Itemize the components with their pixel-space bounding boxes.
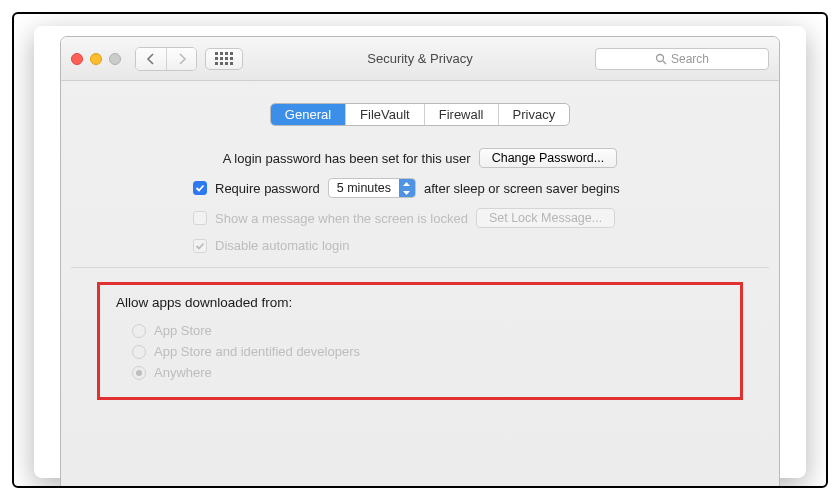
change-password-button[interactable]: Change Password... bbox=[479, 148, 618, 168]
check-icon bbox=[195, 241, 205, 251]
allow-apps-title: Allow apps downloaded from: bbox=[116, 295, 724, 310]
back-button[interactable] bbox=[136, 48, 166, 70]
radio-identified-developers bbox=[132, 345, 146, 359]
search-icon bbox=[655, 53, 667, 65]
tab-firewall[interactable]: Firewall bbox=[424, 104, 498, 125]
search-placeholder: Search bbox=[671, 52, 709, 66]
minimize-icon[interactable] bbox=[90, 53, 102, 65]
divider bbox=[71, 267, 769, 268]
radio-identified-developers-label: App Store and identified developers bbox=[154, 344, 360, 359]
disable-auto-login-label: Disable automatic login bbox=[215, 238, 349, 253]
window-controls bbox=[71, 53, 121, 65]
titlebar: Security & Privacy Search bbox=[61, 37, 779, 81]
set-lock-message-button: Set Lock Message... bbox=[476, 208, 615, 228]
require-password-checkbox[interactable] bbox=[193, 181, 207, 195]
close-icon[interactable] bbox=[71, 53, 83, 65]
radio-app-store bbox=[132, 324, 146, 338]
delay-value: 5 minutes bbox=[329, 181, 399, 195]
disable-auto-login-checkbox bbox=[193, 239, 207, 253]
svg-line-1 bbox=[663, 61, 666, 64]
chevron-right-icon bbox=[177, 53, 187, 65]
tab-general[interactable]: General bbox=[271, 104, 345, 125]
select-stepper-icon bbox=[399, 179, 415, 197]
tab-privacy[interactable]: Privacy bbox=[498, 104, 570, 125]
after-sleep-label: after sleep or screen saver begins bbox=[424, 181, 620, 196]
search-input[interactable]: Search bbox=[595, 48, 769, 70]
radio-app-store-label: App Store bbox=[154, 323, 212, 338]
maximize-icon bbox=[109, 53, 121, 65]
show-message-label: Show a message when the screen is locked bbox=[215, 211, 468, 226]
grid-icon bbox=[215, 52, 233, 65]
nav-buttons bbox=[135, 47, 197, 71]
tabs: General FileVault Firewall Privacy bbox=[270, 103, 570, 126]
chevron-left-icon bbox=[146, 53, 156, 65]
show-all-button[interactable] bbox=[205, 48, 243, 70]
allow-apps-section: Allow apps downloaded from: App Store Ap… bbox=[97, 282, 743, 400]
require-password-label: Require password bbox=[215, 181, 320, 196]
preferences-window: Security & Privacy Search General FileVa… bbox=[60, 36, 780, 488]
radio-anywhere-label: Anywhere bbox=[154, 365, 212, 380]
radio-anywhere bbox=[132, 366, 146, 380]
require-password-delay-select[interactable]: 5 minutes bbox=[328, 178, 416, 198]
check-icon bbox=[195, 183, 205, 193]
show-message-checkbox bbox=[193, 211, 207, 225]
tab-filevault[interactable]: FileVault bbox=[345, 104, 424, 125]
forward-button[interactable] bbox=[166, 48, 196, 70]
svg-point-0 bbox=[656, 54, 663, 61]
login-password-label: A login password has been set for this u… bbox=[223, 151, 471, 166]
